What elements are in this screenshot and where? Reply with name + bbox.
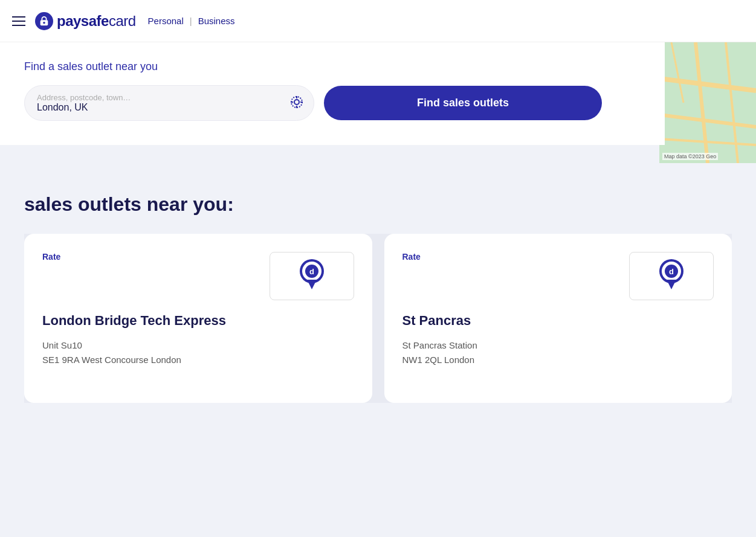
logo-text: paysafecard bbox=[57, 13, 136, 30]
search-input-value: London, UK bbox=[37, 102, 283, 113]
outlet-address-1: Unit Su10 SE1 9RA West Concourse London bbox=[42, 338, 354, 367]
search-placeholder: Address, postcode, town… bbox=[37, 93, 283, 102]
cards-row: Rate d London Bridge Tech Express bbox=[24, 234, 732, 403]
nav-business[interactable]: Business bbox=[198, 16, 235, 26]
svg-point-1 bbox=[43, 21, 45, 24]
nav-personal[interactable]: Personal bbox=[148, 16, 184, 26]
svg-marker-24 bbox=[667, 280, 676, 289]
outlet-card-2: Rate d St Pancras St Pancras bbox=[384, 234, 732, 403]
card-header-2: Rate d bbox=[402, 252, 714, 300]
main-content: Find a sales outlet near you Address, po… bbox=[0, 0, 756, 427]
page-header: paysafecard Personal | Business bbox=[0, 0, 756, 42]
search-row: Address, postcode, town… London, UK bbox=[24, 85, 641, 121]
store-icon-box-1: d bbox=[270, 252, 354, 300]
section-spacer bbox=[0, 145, 756, 193]
svg-point-2 bbox=[294, 100, 299, 105]
search-title: Find a sales outlet near you bbox=[24, 60, 641, 73]
map-thumbnail: Map data ©2023 Geo bbox=[659, 42, 756, 163]
outlets-section: sales outlets near you: Rate d bbox=[0, 193, 756, 427]
outlet-name-1: London Bridge Tech Express bbox=[42, 312, 354, 330]
svg-text:d: d bbox=[309, 267, 314, 276]
card-header-1: Rate d bbox=[42, 252, 354, 300]
outlet-card-1: Rate d London Bridge Tech Express bbox=[24, 234, 372, 403]
search-card: Find a sales outlet near you Address, po… bbox=[0, 42, 665, 145]
rate-label-1: Rate bbox=[42, 252, 60, 262]
logo-icon bbox=[35, 12, 53, 30]
search-input-wrapper[interactable]: Address, postcode, town… London, UK bbox=[24, 85, 314, 121]
rate-label-2: Rate bbox=[402, 252, 421, 262]
store-icon-box-2: d bbox=[629, 252, 714, 300]
logo: paysafecard bbox=[35, 12, 136, 30]
outlet-address-2: St Pancras Station NW1 2QL London bbox=[402, 338, 714, 367]
nav-separator: | bbox=[190, 16, 192, 26]
main-nav: Personal | Business bbox=[148, 16, 235, 26]
hamburger-menu[interactable] bbox=[12, 16, 25, 26]
find-outlets-button[interactable]: Find sales outlets bbox=[324, 86, 602, 120]
map-watermark: Map data ©2023 Geo bbox=[662, 153, 718, 160]
svg-text:d: d bbox=[669, 267, 674, 276]
location-icon[interactable] bbox=[289, 95, 304, 112]
svg-marker-19 bbox=[307, 280, 317, 289]
outlet-name-2: St Pancras bbox=[402, 312, 714, 330]
outlets-heading: sales outlets near you: bbox=[24, 193, 732, 216]
map-section: Find a sales outlet near you Address, po… bbox=[0, 42, 756, 145]
